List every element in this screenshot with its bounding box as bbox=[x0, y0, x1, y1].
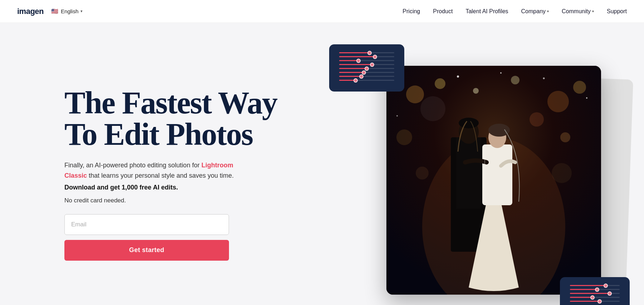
language-chevron-icon: ▾ bbox=[80, 9, 83, 14]
svg-point-2 bbox=[435, 78, 445, 89]
nav-talent-ai[interactable]: Talent AI Profiles bbox=[465, 8, 508, 15]
community-chevron-icon: ▾ bbox=[592, 9, 594, 13]
nav-product[interactable]: Product bbox=[433, 8, 453, 15]
svg-point-1 bbox=[406, 85, 424, 103]
svg-point-8 bbox=[560, 132, 570, 142]
slider-row bbox=[339, 72, 394, 73]
svg-point-15 bbox=[396, 115, 398, 117]
hero-title: The Fastest Way To Edit Photos bbox=[64, 87, 277, 150]
slider-row bbox=[339, 76, 394, 77]
hero-content: The Fastest Way To Edit Photos Finally, … bbox=[64, 44, 277, 261]
wedding-photo bbox=[386, 66, 601, 295]
slider-row bbox=[339, 60, 394, 61]
svg-point-7 bbox=[530, 112, 544, 127]
hero-visuals bbox=[329, 44, 644, 305]
svg-point-20 bbox=[459, 118, 479, 128]
navbar-left: imagen 🇺🇸 English ▾ bbox=[17, 7, 83, 16]
no-credit-card-text: No credit card needed. bbox=[64, 197, 277, 204]
navbar-right: Pricing Product Talent AI Profiles Compa… bbox=[402, 8, 627, 15]
svg-point-24 bbox=[420, 96, 445, 121]
nav-company[interactable]: Company ▾ bbox=[521, 8, 549, 15]
slider-row bbox=[570, 301, 620, 302]
svg-point-10 bbox=[416, 167, 429, 179]
company-chevron-icon: ▾ bbox=[547, 9, 549, 13]
language-label: English bbox=[61, 8, 78, 14]
slider-row bbox=[339, 52, 394, 53]
svg-point-4 bbox=[573, 81, 586, 94]
slider-row bbox=[570, 285, 620, 286]
svg-point-14 bbox=[586, 97, 587, 99]
svg-point-6 bbox=[473, 88, 479, 94]
svg-point-25 bbox=[552, 163, 572, 183]
slider-row bbox=[570, 297, 620, 298]
slider-row bbox=[339, 80, 394, 81]
slider-row bbox=[570, 293, 620, 294]
svg-point-11 bbox=[457, 75, 459, 78]
email-input[interactable] bbox=[64, 214, 229, 235]
slider-row bbox=[339, 68, 394, 69]
hero-subtitle: Finally, an AI-powered photo editing sol… bbox=[64, 160, 236, 181]
hero-bold-text: Download and get 1,000 free AI edits. bbox=[64, 184, 277, 191]
flag-icon: 🇺🇸 bbox=[51, 8, 59, 15]
nav-support[interactable]: Support bbox=[607, 8, 627, 15]
slider-row bbox=[570, 289, 620, 290]
slider-card-top bbox=[329, 44, 404, 92]
slider-row bbox=[339, 56, 394, 57]
get-started-button[interactable]: Get started bbox=[64, 240, 229, 261]
svg-point-3 bbox=[547, 91, 569, 112]
nav-community[interactable]: Community ▾ bbox=[562, 8, 594, 15]
slider-row bbox=[339, 64, 394, 65]
svg-point-23 bbox=[488, 124, 510, 137]
hero-section: The Fastest Way To Edit Photos Finally, … bbox=[0, 23, 644, 305]
svg-point-12 bbox=[500, 72, 502, 74]
language-selector[interactable]: 🇺🇸 English ▾ bbox=[51, 8, 83, 15]
svg-point-13 bbox=[543, 78, 545, 79]
logo[interactable]: imagen bbox=[17, 7, 44, 16]
nav-pricing[interactable]: Pricing bbox=[402, 8, 420, 15]
svg-point-5 bbox=[511, 76, 519, 84]
svg-point-9 bbox=[396, 129, 412, 145]
svg-rect-21 bbox=[482, 144, 512, 205]
navbar: imagen 🇺🇸 English ▾ Pricing Product Tale… bbox=[0, 0, 644, 23]
slider-card-bottom bbox=[560, 277, 630, 305]
